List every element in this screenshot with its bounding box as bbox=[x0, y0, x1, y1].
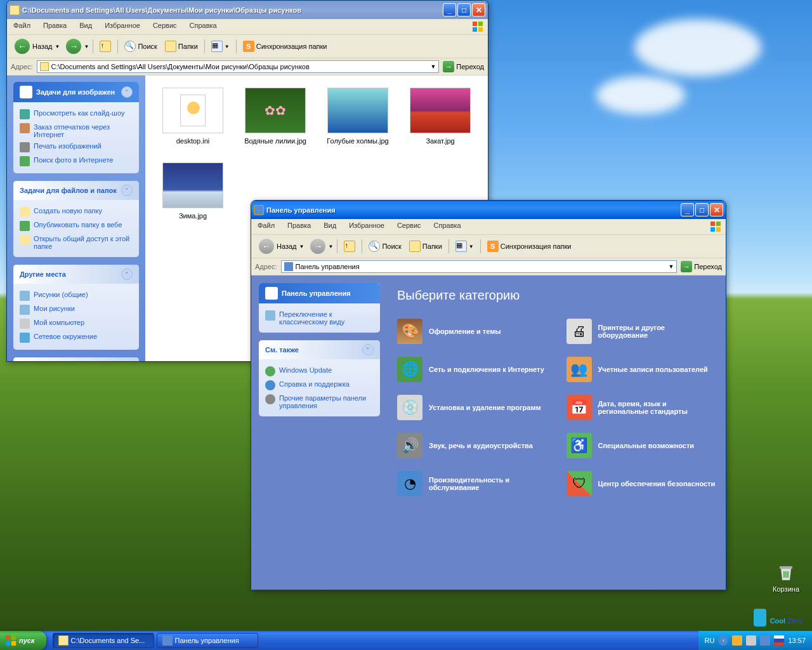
place-shared-pics[interactable]: Рисунки (общие) bbox=[20, 289, 133, 303]
collapse-icon[interactable]: ⌃ bbox=[121, 269, 133, 280]
menu-file[interactable]: Файл bbox=[255, 220, 277, 233]
file-item[interactable]: Голубые холмы.jpg bbox=[320, 85, 396, 147]
sync-button[interactable]: SСинхронизация папки bbox=[485, 239, 574, 253]
search-button[interactable]: 🔍Поиск bbox=[366, 239, 403, 253]
views-button[interactable]: ▦▼ bbox=[209, 39, 232, 53]
dropdown-icon[interactable]: ▼ bbox=[430, 63, 436, 70]
file-item[interactable]: Зима.jpg bbox=[155, 160, 231, 222]
up-button[interactable]: ↑ bbox=[341, 239, 358, 253]
category-add-remove[interactable]: 💿Установка и удаление программ bbox=[397, 395, 547, 420]
clock[interactable]: 13:57 bbox=[788, 637, 806, 644]
maximize-button[interactable]: □ bbox=[695, 203, 709, 216]
explorer-titlebar[interactable]: C:\Documents and Settings\All Users\Доку… bbox=[7, 1, 488, 19]
category-printers[interactable]: 🖨Принтеры и другое оборудование bbox=[566, 319, 717, 344]
category-sound[interactable]: 🔊Звук, речь и аудиоустройства bbox=[397, 433, 547, 458]
forward-button[interactable]: → bbox=[310, 239, 325, 254]
recycle-bin[interactable]: Корзина bbox=[773, 562, 799, 593]
sync-button[interactable]: SСинхронизация папки bbox=[240, 39, 330, 53]
close-button[interactable]: ✕ bbox=[710, 203, 723, 216]
menu-help[interactable]: Справка bbox=[431, 220, 464, 233]
explorer-title: C:\Documents and Settings\All Users\Доку… bbox=[22, 6, 443, 14]
minimize-button[interactable]: _ bbox=[443, 3, 456, 17]
files-tasks-header[interactable]: Задачи для файлов и папок ⌃ bbox=[13, 181, 139, 200]
windows-flag-icon bbox=[471, 20, 484, 33]
folders-button[interactable]: Папки bbox=[162, 39, 200, 53]
folders-button[interactable]: Папки bbox=[407, 239, 445, 253]
task-new-folder[interactable]: Создать новую папку bbox=[20, 205, 133, 219]
tray-flag-icon[interactable] bbox=[774, 635, 784, 646]
menu-file[interactable]: Файл bbox=[11, 20, 33, 33]
category-appearance[interactable]: 🎨Оформление и темы bbox=[397, 319, 547, 344]
link-windows-update[interactable]: Windows Update bbox=[265, 364, 374, 378]
collapse-icon[interactable]: ⌃ bbox=[362, 344, 374, 355]
file-item[interactable]: Закат.jpg bbox=[402, 85, 478, 147]
address-input[interactable]: Панель управления ▼ bbox=[281, 260, 678, 273]
dropdown-icon[interactable]: ▼ bbox=[668, 263, 674, 270]
taskbar-button-control-panel[interactable]: Панель управления bbox=[157, 633, 258, 648]
tray-network-icon[interactable] bbox=[760, 635, 770, 646]
cp-main-header[interactable]: ⚙Панель управления bbox=[259, 283, 380, 303]
watermark: Cool Zero bbox=[754, 607, 802, 628]
search-button[interactable]: 🔍Поиск bbox=[122, 39, 159, 53]
details-header[interactable]: Подробно ⌃ bbox=[13, 357, 139, 361]
menu-view[interactable]: Вид bbox=[77, 20, 95, 33]
tray-icon[interactable]: ‹ bbox=[718, 635, 728, 646]
back-button[interactable]: ←Назад▼ bbox=[255, 237, 308, 255]
link-help-support[interactable]: Справка и поддержка bbox=[265, 378, 374, 392]
menu-tools[interactable]: Сервис bbox=[150, 20, 180, 33]
views-button[interactable]: ▦▼ bbox=[453, 239, 476, 253]
category-accessibility[interactable]: ♿Специальные возможности bbox=[566, 433, 717, 458]
category-network[interactable]: 🌐Сеть и подключения к Интернету bbox=[397, 357, 547, 382]
go-button[interactable]: →Переход bbox=[443, 61, 484, 72]
task-share[interactable]: Открыть общий доступ к этой папке bbox=[20, 233, 133, 252]
up-button[interactable]: ↑ bbox=[97, 39, 114, 53]
address-label: Адрес: bbox=[11, 63, 33, 70]
collapse-icon[interactable]: ⌃ bbox=[121, 86, 133, 98]
language-indicator[interactable]: RU bbox=[705, 637, 715, 644]
cp-see-also-header[interactable]: См. также ⌃ bbox=[259, 340, 380, 359]
tray-volume-icon[interactable] bbox=[746, 635, 756, 646]
category-date-time[interactable]: 📅Дата, время, язык и региональные станда… bbox=[566, 395, 717, 420]
menu-edit[interactable]: Правка bbox=[285, 220, 313, 233]
forward-button[interactable]: → bbox=[66, 39, 81, 54]
menu-help[interactable]: Справка bbox=[187, 20, 219, 33]
task-find-photos[interactable]: Поиск фото в Интернете bbox=[20, 154, 133, 168]
place-my-computer[interactable]: Мой компьютер bbox=[20, 317, 133, 331]
go-button[interactable]: →Переход bbox=[681, 261, 722, 272]
svg-rect-6 bbox=[710, 227, 715, 232]
control-panel-toolbar: ←Назад▼ →▼ ↑ 🔍Поиск Папки ▦▼ SСинхрониза… bbox=[251, 235, 726, 258]
images-tasks-header[interactable]: 🖼Задачи для изображен ⌃ bbox=[13, 82, 139, 102]
svg-rect-4 bbox=[710, 222, 715, 226]
menu-favorites[interactable]: Избранное bbox=[346, 220, 387, 233]
menu-tools[interactable]: Сервис bbox=[395, 220, 424, 233]
category-performance[interactable]: ◔Производительность и обслуживание bbox=[397, 471, 547, 496]
back-button[interactable]: ←Назад▼ bbox=[11, 37, 63, 55]
start-button[interactable]: пуск bbox=[0, 631, 46, 650]
place-my-pics[interactable]: Мои рисунки bbox=[20, 303, 133, 317]
maximize-button[interactable]: □ bbox=[457, 3, 471, 17]
address-input[interactable]: C:\Documents and Settings\All Users\Доку… bbox=[37, 60, 440, 73]
menu-edit[interactable]: Правка bbox=[41, 20, 69, 33]
task-slideshow[interactable]: Просмотреть как слайд-шоу bbox=[20, 107, 133, 121]
place-network[interactable]: Сетевое окружение bbox=[20, 331, 133, 345]
task-publish[interactable]: Опубликовать папку в вебе bbox=[20, 219, 133, 233]
menu-view[interactable]: Вид bbox=[321, 220, 339, 233]
category-security[interactable]: 🛡Центр обеспечения безопасности bbox=[566, 471, 717, 496]
file-item[interactable]: desktop.ini bbox=[155, 85, 231, 147]
close-button[interactable]: ✕ bbox=[472, 3, 485, 17]
switch-classic-view[interactable]: Переключение к классическому виду bbox=[265, 308, 374, 328]
task-print[interactable]: Печать изображений bbox=[20, 140, 133, 154]
minimize-button[interactable]: _ bbox=[681, 203, 694, 216]
tray-shield-icon[interactable] bbox=[732, 635, 742, 646]
taskbar-button-explorer[interactable]: C:\Documents and Se... bbox=[53, 633, 154, 648]
menu-favorites[interactable]: Избранное bbox=[102, 20, 143, 33]
cp-heading: Выберите категорию bbox=[397, 288, 716, 303]
places-header[interactable]: Другие места ⌃ bbox=[13, 265, 139, 284]
link-other-options[interactable]: Прочие параметры панели управления bbox=[265, 392, 374, 411]
control-panel-titlebar[interactable]: Панель управления _ □ ✕ bbox=[251, 201, 726, 219]
task-order-prints[interactable]: Заказ отпечатков через Интернет bbox=[20, 121, 133, 140]
category-users[interactable]: 👥Учетные записи пользователей bbox=[566, 357, 717, 382]
collapse-icon[interactable]: ⌃ bbox=[121, 185, 133, 196]
file-item[interactable]: ✿✿Водяные лилии.jpg bbox=[237, 85, 313, 147]
svg-rect-9 bbox=[6, 635, 10, 640]
